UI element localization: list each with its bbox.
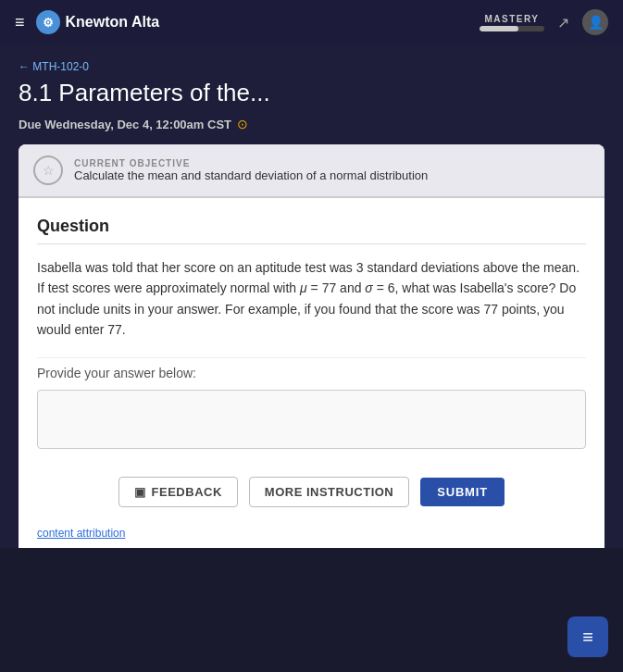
header-left: ≡ ⚙ Knewton Alta: [15, 10, 159, 34]
mastery-label: MASTERY: [484, 14, 539, 24]
objective-section-label: CURRENT OBJECTIVE: [74, 158, 428, 168]
avatar[interactable]: 👤: [582, 9, 608, 35]
submit-button[interactable]: SUBMIT: [420, 478, 505, 506]
app-header: ≡ ⚙ Knewton Alta MASTERY ↗ 👤: [0, 0, 623, 44]
attribution-link[interactable]: content attribution: [37, 527, 125, 540]
logo-text: Knewton Alta: [66, 14, 160, 31]
buttons-row: ▣ FEEDBACK MORE INSTRUCTION SUBMIT: [19, 466, 604, 522]
provide-answer-text: Provide your answer below:: [37, 357, 586, 380]
submit-label: SUBMIT: [437, 485, 488, 499]
header-right: MASTERY ↗ 👤: [480, 9, 608, 35]
due-date-text: Due Wednesday, Dec 4, 12:00am CST: [19, 118, 231, 131]
logo-area: ⚙ Knewton Alta: [36, 10, 160, 34]
page-title: 8.1 Parameters of the...: [19, 79, 604, 107]
hamburger-menu-icon[interactable]: ≡: [15, 13, 25, 32]
question-section: Question Isabella was told that her scor…: [19, 198, 604, 380]
question-heading: Question: [37, 217, 586, 244]
feedback-label: FEEDBACK: [152, 485, 222, 499]
feedback-button[interactable]: ▣ FEEDBACK: [118, 477, 238, 507]
chat-icon: ≡: [582, 627, 593, 648]
dark-footer: [0, 548, 623, 604]
back-link[interactable]: ← MTH-102-0: [19, 60, 89, 73]
content-card: ☆ CURRENT OBJECTIVE Calculate the mean a…: [19, 144, 604, 548]
objective-description: Calculate the mean and standard deviatio…: [74, 168, 428, 182]
clock-icon: ⊙: [237, 117, 248, 131]
question-body: Isabella was told that her score on an a…: [37, 257, 586, 341]
trend-icon[interactable]: ↗: [557, 14, 569, 31]
more-instruction-label: MORE INSTRUCTION: [265, 485, 393, 499]
feedback-icon: ▣: [134, 485, 146, 499]
back-link-text: ← MTH-102-0: [19, 60, 89, 73]
objective-bar: ☆ CURRENT OBJECTIVE Calculate the mean a…: [19, 144, 604, 198]
content-attribution-section: content attribution: [19, 522, 604, 548]
objective-text: CURRENT OBJECTIVE Calculate the mean and…: [74, 158, 428, 182]
more-instruction-button[interactable]: MORE INSTRUCTION: [249, 477, 409, 507]
mastery-bar-fill: [480, 26, 518, 31]
chat-button[interactable]: ≡: [567, 616, 608, 657]
logo-icon: ⚙: [36, 10, 60, 34]
main-section: ← MTH-102-0 8.1 Parameters of the... Due…: [0, 44, 623, 548]
mastery-area: MASTERY: [480, 14, 544, 31]
answer-input[interactable]: [37, 390, 586, 449]
due-date-row: Due Wednesday, Dec 4, 12:00am CST ⊙: [19, 117, 604, 131]
objective-star-icon: ☆: [33, 156, 63, 185]
mastery-bar: [480, 26, 544, 31]
answer-input-area: [19, 390, 604, 466]
